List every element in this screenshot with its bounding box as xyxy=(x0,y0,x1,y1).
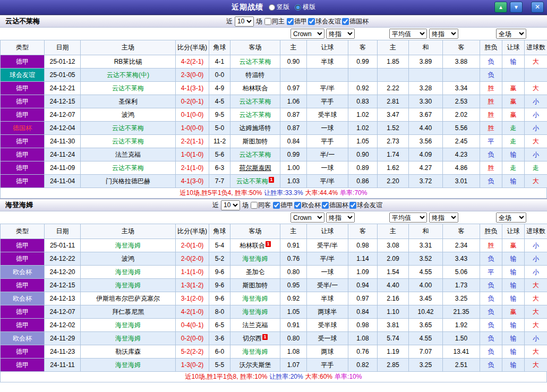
match-cell: 德甲 xyxy=(1,55,45,69)
match-cell: 1-1(1-0) xyxy=(176,266,209,279)
column-header: 胜负 xyxy=(480,40,502,55)
match-cell: 2.45 xyxy=(443,135,480,148)
layout-option-horizontal[interactable]: 横版 xyxy=(295,3,315,12)
match-cell: 1.85 xyxy=(378,55,409,69)
match-cell: 小 xyxy=(525,266,547,279)
vertical-layout-radio[interactable] xyxy=(269,4,275,11)
match-cell: 3.34 xyxy=(443,82,480,95)
match-cell: 0.97 xyxy=(280,82,307,95)
column-header: 主场 xyxy=(81,40,176,55)
match-cell: 大 xyxy=(525,359,547,372)
match-cell: 7.07 xyxy=(409,345,443,359)
match-cell: 0.99 xyxy=(280,148,307,161)
match-cell: 7-7 xyxy=(209,175,230,188)
match-cell: 柏林联合1 xyxy=(230,239,280,252)
match-cell: 24-11-04 xyxy=(45,175,81,188)
match-cell xyxy=(307,69,348,82)
summary-row: 近10场,胜1平1负8, 胜率:10%让胜率:20%大率:60%单率:10% xyxy=(0,372,547,382)
same-venue-checkbox[interactable] xyxy=(264,18,271,25)
match-cell: 赢 xyxy=(502,305,525,319)
league-filter[interactable]: 球会友谊 xyxy=(308,17,341,26)
match-cell: 2-2(1-1) xyxy=(176,135,209,148)
match-cell: 2-3(0-0) xyxy=(176,69,209,82)
league-filter[interactable]: 德国杯 xyxy=(322,201,348,210)
match-cell: 负 xyxy=(480,332,502,345)
team-section: 海登海姆 近 10 场 同客 德甲欧会杯德国杯球会友谊 Crown 终指 平均值… xyxy=(0,199,547,382)
league-filter[interactable]: 德甲 xyxy=(287,17,307,26)
match-scope-select[interactable]: 全场 xyxy=(496,212,526,223)
match-cell: 达姆施塔特 xyxy=(230,122,280,135)
column-header: 客 xyxy=(443,40,480,55)
league-checkbox[interactable] xyxy=(308,18,315,25)
move-up-button[interactable]: ▲ xyxy=(494,2,507,13)
euro-odds-time-select[interactable]: 终指 xyxy=(429,212,458,223)
euro-odds-source-select[interactable]: 平均值 xyxy=(389,212,427,223)
match-cell: 负 xyxy=(480,305,502,319)
column-header: 和 xyxy=(409,224,443,239)
match-cell: 负 xyxy=(480,148,502,161)
match-cell: 1-0(1-0) xyxy=(176,148,209,161)
league-checkbox[interactable] xyxy=(294,202,301,209)
summary-stat: 近10场,胜5平1负4, 胜率:50% xyxy=(180,189,262,197)
match-cell: 0.90 xyxy=(348,148,378,161)
match-cell: 24-12-15 xyxy=(45,95,81,108)
league-checkbox[interactable] xyxy=(287,18,294,25)
match-cell: 负 xyxy=(480,279,502,292)
column-header: 日期 xyxy=(45,224,81,239)
league-label: 球会友谊 xyxy=(357,201,382,210)
close-button[interactable]: ✕ xyxy=(531,2,544,13)
match-cell: 2-1(1-0) xyxy=(176,161,209,175)
league-filter[interactable]: 球会友谊 xyxy=(349,201,382,210)
horizontal-layout-radio[interactable] xyxy=(295,4,301,11)
match-count-select[interactable]: 10 xyxy=(235,16,254,27)
handicap-odds-time-select[interactable]: 终指 xyxy=(326,29,355,39)
league-checkbox[interactable] xyxy=(273,202,280,209)
match-scope-select[interactable]: 全场 xyxy=(496,29,526,39)
odds-company-select[interactable]: Crown xyxy=(290,29,324,39)
match-cell: 圣加仑 xyxy=(230,266,280,279)
same-venue-filter[interactable]: 同客 xyxy=(251,201,271,210)
match-row: 德甲24-12-07波鸿0-1(0-0)9-5云达不莱梅0.87受半球1.023… xyxy=(1,108,547,122)
summary-row: 近10场,胜5平1负4, 胜率:50%让胜率:33.3%大率:44.4%单率:7… xyxy=(0,188,547,199)
match-count-select[interactable]: 10 xyxy=(221,200,240,210)
match-cell: 1.03 xyxy=(280,175,307,188)
move-down-button[interactable]: ▼ xyxy=(510,2,523,13)
match-cell: 胜 xyxy=(480,161,502,175)
match-row: 德甲25-01-12RB莱比锡4-2(2-1)4-1云达不莱梅0.90半球0.9… xyxy=(1,55,547,69)
match-cell: 5-2(2-2) xyxy=(176,345,209,359)
match-cell: 2.02 xyxy=(443,108,480,122)
match-cell: 3.08 xyxy=(378,239,409,252)
match-cell: 负 xyxy=(480,319,502,332)
match-cell: 3.47 xyxy=(378,108,409,122)
column-header: 和 xyxy=(409,40,443,55)
match-cell: 1.00 xyxy=(280,161,307,175)
league-filter[interactable]: 德国杯 xyxy=(342,17,369,26)
match-cell: 1.50 xyxy=(443,332,480,345)
match-cell: 德甲 xyxy=(1,319,45,332)
odds-company-select[interactable]: Crown xyxy=(290,212,324,223)
match-cell: 两球 xyxy=(307,345,348,359)
handicap-odds-time-select[interactable]: 终指 xyxy=(326,212,355,223)
league-filter[interactable]: 欧会杯 xyxy=(294,201,321,210)
same-venue-checkbox[interactable] xyxy=(251,202,258,209)
match-cell: 云达不莱梅 xyxy=(81,122,176,135)
match-cell: 德甲 xyxy=(1,345,45,359)
league-checkbox[interactable] xyxy=(322,202,329,209)
match-cell: 平手 xyxy=(307,359,348,372)
match-cell: 德甲 xyxy=(1,82,45,95)
euro-odds-time-select[interactable]: 终指 xyxy=(429,29,458,39)
league-checkbox[interactable] xyxy=(349,202,356,209)
match-cell: 受平/半 xyxy=(307,239,348,252)
match-cell: 小 xyxy=(525,252,547,266)
layout-option-vertical[interactable]: 竖版 xyxy=(269,3,289,12)
match-cell: 特温特 xyxy=(230,69,280,82)
match-cell: 德甲 xyxy=(1,305,45,319)
match-cell: 海登海姆 xyxy=(230,345,280,359)
match-row: 德甲24-12-15圣保利0-2(0-1)4-5云达不莱梅1.06平手0.832… xyxy=(1,95,547,108)
league-filter[interactable]: 德甲 xyxy=(273,201,293,210)
league-checkbox[interactable] xyxy=(342,18,349,25)
match-cell: 输 xyxy=(502,345,525,359)
match-row: 德甲24-12-07拜仁慕尼黑4-2(1-0)8-0海登海姆1.05两球半0.8… xyxy=(1,305,547,319)
euro-odds-source-select[interactable]: 平均值 xyxy=(389,29,427,39)
same-venue-filter[interactable]: 同主 xyxy=(264,17,285,26)
